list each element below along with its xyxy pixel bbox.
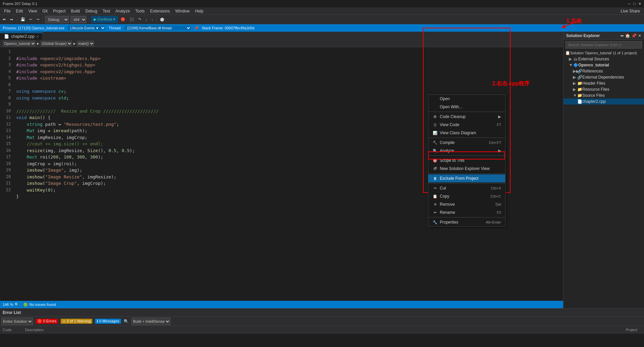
expand-icon-header: ▶ bbox=[573, 81, 577, 86]
errors-badge[interactable]: 🔴 0 Errors bbox=[36, 319, 58, 324]
se-pin-btn[interactable]: 📌 bbox=[632, 33, 637, 38]
rename-icon: ✏ bbox=[432, 210, 438, 215]
ext-deps-icon: 🔗 bbox=[577, 75, 582, 80]
save-btn[interactable]: 💾 bbox=[19, 16, 27, 23]
back-btn[interactable]: ⬅ bbox=[1, 16, 7, 23]
tree-label-header-files: Header Files bbox=[582, 81, 605, 86]
restart-btn[interactable]: 🔴 bbox=[119, 16, 127, 23]
tab-close-btn[interactable]: × bbox=[36, 35, 38, 38]
el-filter-select[interactable]: Entire Solution bbox=[1, 318, 33, 325]
pin-icon[interactable]: 📌 bbox=[194, 26, 199, 30]
cm-new-se-view[interactable]: 🗗New Solution Explorer View bbox=[428, 165, 505, 173]
cm-cut[interactable]: ✂Cut Ctrl+X bbox=[428, 184, 505, 192]
cm-rename[interactable]: ✏Rename F2 bbox=[428, 208, 505, 216]
platform-config[interactable]: x64 x86 bbox=[70, 16, 87, 23]
editor-tab-chapter2[interactable]: 📄 chapter2.cpp × bbox=[0, 32, 43, 40]
menu-extensions[interactable]: Extensions bbox=[147, 8, 173, 14]
redo-btn[interactable]: ↪ bbox=[35, 16, 41, 23]
thread-dropdown[interactable]: [21096] KernelBase.dll thread bbox=[124, 25, 191, 31]
cm-shortcut-props: Alt+Enter bbox=[486, 220, 501, 224]
undo-btn[interactable]: ↩ bbox=[28, 16, 34, 23]
forward-btn[interactable]: ⮕ bbox=[8, 16, 15, 23]
menu-debug[interactable]: Debug bbox=[83, 8, 100, 14]
el-toolbar-icon[interactable]: 🔍 bbox=[124, 319, 129, 324]
build-config[interactable]: Debug Release bbox=[45, 16, 69, 23]
new-view-icon: 🗗 bbox=[432, 167, 438, 171]
cm-shortcut-rename: F2 bbox=[497, 210, 501, 214]
maximize-btn[interactable]: □ bbox=[633, 2, 636, 6]
content-area: 📄 chapter2.cpp × Opencv_tutorial ▸ (Glob… bbox=[0, 32, 644, 308]
cm-exclude-from-project[interactable]: 🗑Exclude From Project bbox=[428, 174, 505, 182]
sep3 bbox=[89, 16, 89, 23]
cm-analyze[interactable]: 🔍Analyze ▶ bbox=[428, 147, 505, 155]
cm-remove[interactable]: ✕Remove Del bbox=[428, 200, 505, 208]
se-toolbar-btn1[interactable]: ⬅ bbox=[620, 33, 624, 38]
cm-compile[interactable]: 🔨Compile Ctrl+F7 bbox=[428, 139, 505, 147]
cm-view-code[interactable]: ⟨⟩View Code F7 bbox=[428, 121, 505, 129]
menu-project[interactable]: Project bbox=[50, 8, 68, 14]
cm-copy[interactable]: 📋Copy Ctrl+C bbox=[428, 192, 505, 200]
copy-icon: 📋 bbox=[432, 194, 438, 199]
no-issues: No issues found bbox=[29, 302, 56, 307]
cm-shortcut-compile: Ctrl+F7 bbox=[489, 141, 501, 145]
cm-view-class-diagram[interactable]: 📊View Class Diagram bbox=[428, 129, 505, 137]
se-title: Solution Explorer bbox=[566, 33, 600, 38]
menu-file[interactable]: File bbox=[1, 8, 13, 14]
live-share-btn[interactable]: Live Share bbox=[618, 8, 643, 14]
title-text: Frame 207 Delay 0.1 bbox=[3, 2, 37, 6]
tree-item-project[interactable]: ▼ 🔷 Opencv_tutorial bbox=[563, 62, 644, 68]
messages-badge[interactable]: ℹ 0 Messages bbox=[95, 319, 121, 324]
tree-item-source-files[interactable]: ▼ 📁 Source Files bbox=[563, 92, 644, 98]
lifecycle-dropdown[interactable]: Lifecycle Events ▼ bbox=[67, 25, 106, 31]
menu-help[interactable]: Help bbox=[192, 8, 206, 14]
menu-test[interactable]: Test bbox=[100, 8, 113, 14]
cm-analyze-submenu: ▶ bbox=[498, 148, 501, 153]
stop-btn[interactable]: ⬛ bbox=[128, 16, 135, 23]
se-close-btn[interactable]: ✕ bbox=[638, 33, 641, 38]
scope-select[interactable]: (Global Scope) bbox=[40, 40, 72, 47]
menu-tools[interactable]: Tools bbox=[132, 8, 147, 14]
se-toolbar-btn2[interactable]: 🏠 bbox=[625, 33, 630, 38]
breadcrumb-sep1: ▸ bbox=[37, 41, 39, 46]
title-bar: Frame 207 Delay 0.1 ─ □ ✕ bbox=[0, 0, 644, 7]
cm-properties[interactable]: 🔧Properties Alt+Enter bbox=[428, 218, 505, 226]
cm-open[interactable]: Open bbox=[428, 95, 505, 103]
cm-code-cleanup[interactable]: ⚙Code Cleanup ▶ bbox=[428, 113, 505, 121]
cm-scope-to-this[interactable]: 🎯Scope to This bbox=[428, 156, 505, 165]
tree-item-resource-files[interactable]: ▶ 📁 Resource Files bbox=[563, 86, 644, 92]
el-toolbar: Entire Solution 🔴 0 Errors ⚠ 0 of 1 Warn… bbox=[0, 317, 644, 326]
menu-window[interactable]: Window bbox=[173, 8, 192, 14]
tree-item-chapter2[interactable]: 📄 chapter2.cpp bbox=[563, 98, 644, 105]
menu-build[interactable]: Build bbox=[68, 8, 83, 14]
menu-edit[interactable]: Edit bbox=[13, 8, 26, 14]
function-select[interactable]: main() bbox=[77, 40, 94, 47]
build-filter-select[interactable]: Build + IntelliSense bbox=[131, 318, 171, 325]
step-into-btn[interactable]: ↓ bbox=[144, 16, 149, 23]
se-search-input[interactable] bbox=[565, 41, 642, 49]
step-out-btn[interactable]: ↑ bbox=[150, 16, 155, 23]
zoom-icon[interactable]: 🔍 bbox=[14, 302, 19, 307]
close-btn[interactable]: ✕ bbox=[638, 2, 641, 6]
tree-item-ext-deps[interactable]: ▶ 🔗 External Dependencies bbox=[563, 74, 644, 80]
tree-label-ext-deps: External Dependencies bbox=[582, 75, 624, 80]
el-header: Error List bbox=[0, 309, 644, 317]
cm-open-with[interactable]: Open With... bbox=[428, 103, 505, 111]
tree-item-external-sources[interactable]: ▶ 🗂 External Sources bbox=[563, 56, 644, 62]
tree-item-solution[interactable]: 📋 Solution 'Opencv_tutorial' (1 of 1 pro… bbox=[563, 50, 644, 56]
breadcrumb-sep2: ▸ bbox=[73, 41, 75, 46]
tree-item-header-files[interactable]: ▶ 📁 Header Files bbox=[563, 80, 644, 86]
continue-btn[interactable]: ▶ Continue ▾ bbox=[91, 16, 118, 23]
namespace-select[interactable]: Opencv_tutorial bbox=[3, 40, 36, 47]
minimize-btn[interactable]: ─ bbox=[628, 2, 631, 6]
tree-item-references[interactable]: ▶▶ 🔗 References bbox=[563, 68, 644, 74]
cut-icon: ✂ bbox=[432, 186, 438, 191]
step-over-btn[interactable]: ↷ bbox=[137, 16, 143, 23]
debug-bar: Process: [17120] Opencv_tutorial.exe Lif… bbox=[0, 24, 644, 32]
menu-git[interactable]: Git bbox=[40, 8, 50, 14]
tree-label-solution: Solution 'Opencv_tutorial' (1 of 1 proje… bbox=[570, 51, 637, 55]
class-diagram-icon: 📊 bbox=[432, 131, 438, 135]
menu-analyze[interactable]: Analyze bbox=[113, 8, 133, 14]
menu-view[interactable]: View bbox=[26, 8, 40, 14]
breakpoint-btn[interactable]: ⬤ bbox=[159, 16, 165, 23]
warnings-badge[interactable]: ⚠ 0 of 1 Warning bbox=[61, 319, 92, 324]
